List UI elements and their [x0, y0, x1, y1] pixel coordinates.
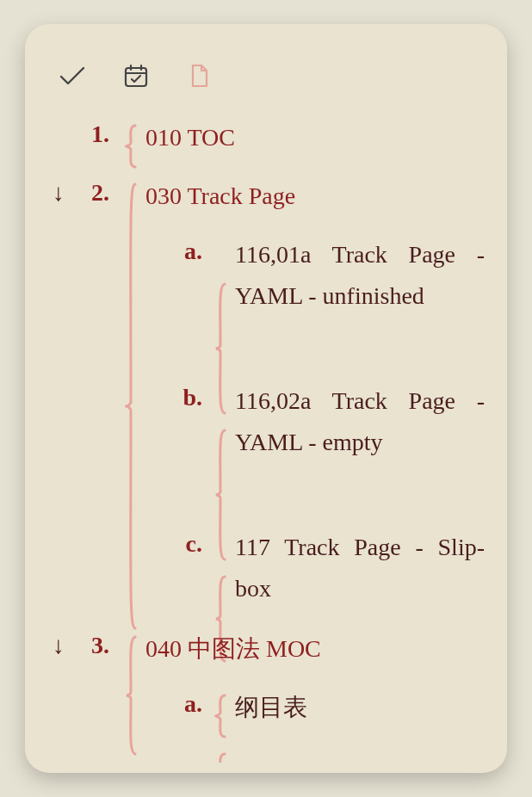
- outline-item-content[interactable]: 116,01a Track Page - YAML - unfinished: [214, 282, 485, 309]
- outline-item-label: 117 Track Page - Slip-box: [235, 527, 485, 609]
- outline-item[interactable]: b. 116,02a Track Page - YAML - empty: [140, 380, 485, 518]
- outline-item-label: 010 TOC: [145, 117, 235, 158]
- bracket-icon: [125, 124, 139, 151]
- outline-item[interactable]: ↓ 2. 030 Track Page: [25, 176, 485, 226]
- outline-item[interactable]: 1. 010 TOC: [25, 117, 485, 167]
- collapse-arrow[interactable]: ↓: [46, 179, 71, 207]
- bracket-icon: [214, 752, 228, 763]
- outline-item-content[interactable]: 030 Track Page: [125, 182, 295, 209]
- outline-item[interactable]: [140, 745, 485, 763]
- outline-item[interactable]: a. 116,01a Track Page - YAML - unfinishe…: [140, 234, 485, 372]
- bracket-icon: [214, 282, 228, 309]
- outline-item-label: 030 Track Page: [145, 176, 295, 217]
- list-marker: a.: [164, 238, 202, 265]
- bracket-icon: [125, 635, 139, 662]
- outline-item-content[interactable]: 010 TOC: [125, 124, 235, 151]
- bracket-icon: [214, 429, 228, 455]
- outline-item-label: 116,01a Track Page - YAML - unfinished: [235, 234, 485, 317]
- calendar-icon[interactable]: [123, 63, 149, 89]
- outline-item-content[interactable]: 纲目表: [214, 694, 307, 720]
- outline-item-content[interactable]: 040 中图法 MOC: [125, 635, 321, 662]
- list-marker: a.: [164, 690, 202, 718]
- svg-rect-0: [126, 68, 146, 86]
- list-marker: b.: [164, 384, 202, 411]
- collapse-arrow[interactable]: ↓: [46, 632, 71, 659]
- list-marker: 1.: [71, 120, 109, 148]
- outline-item[interactable]: c. 117 Track Page - Slip-box: [140, 527, 485, 620]
- list-marker: 2.: [71, 179, 109, 207]
- outline-item-content[interactable]: 117 Track Page - Slip-box: [214, 575, 485, 602]
- list-marker: c.: [164, 530, 202, 558]
- outline: 1. 010 TOC ↓ 2. 030 Track Pag: [25, 117, 507, 773]
- bracket-icon: [214, 575, 228, 602]
- list-marker: 3.: [71, 632, 109, 659]
- note-card: 1. 010 TOC ↓ 2. 030 Track Pag: [25, 24, 507, 773]
- bracket-icon: [125, 182, 139, 209]
- outline-children: a. 纲目表: [140, 687, 485, 763]
- done-icon[interactable]: [59, 63, 85, 89]
- outline-item[interactable]: ↓ 3. 040 中图法 MOC: [25, 628, 485, 678]
- bracket-icon: [214, 694, 228, 720]
- outline-item[interactable]: a. 纲目表: [140, 687, 485, 737]
- outline-item-label: 纲目表: [235, 687, 307, 728]
- document-icon[interactable]: [187, 63, 213, 89]
- outline-children: a. 116,01a Track Page - YAML - unfinishe…: [140, 234, 485, 620]
- outline-item-content[interactable]: 116,02a Track Page - YAML - empty: [214, 429, 485, 455]
- outline-item-label: 116,02a Track Page - YAML - empty: [235, 380, 485, 463]
- outline-item-label: 040 中图法 MOC: [145, 628, 321, 670]
- toolbar: [25, 24, 507, 110]
